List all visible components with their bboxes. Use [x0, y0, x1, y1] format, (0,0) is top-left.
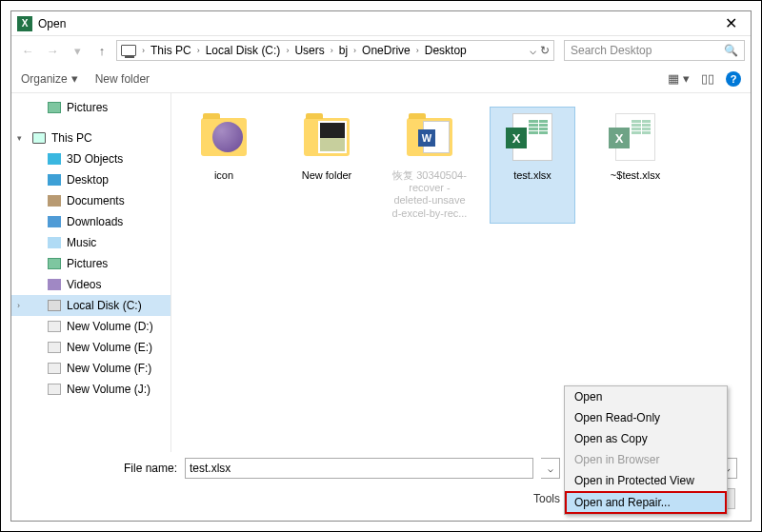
breadcrumb-seg[interactable]: Local Disk (C:): [206, 44, 281, 57]
file-name-label: File name:: [25, 462, 177, 475]
sidebar-item[interactable]: 3D Objects: [11, 148, 170, 169]
preview-pane-icon[interactable]: ▯▯: [701, 71, 714, 86]
sidebar-item[interactable]: Pictures: [11, 253, 170, 274]
search-input[interactable]: Search Desktop 🔍: [564, 40, 745, 61]
sidebar-item-label: New Volume (J:): [67, 383, 150, 396]
file-item[interactable]: icon: [181, 107, 267, 224]
search-placeholder: Search Desktop: [571, 44, 652, 57]
menu-item[interactable]: Open as Copy: [565, 428, 727, 449]
sidebar-item[interactable]: Videos: [11, 274, 170, 295]
sidebar-item[interactable]: Desktop: [11, 169, 170, 190]
file-thumb: [300, 110, 353, 164]
sidebar-item-label: Videos: [67, 278, 101, 291]
chevron-icon: ›: [331, 46, 333, 55]
sidebar-item-label: Documents: [67, 194, 125, 207]
file-thumb: [403, 110, 456, 164]
close-icon[interactable]: ✕: [716, 16, 745, 31]
excel-file-icon: X: [512, 113, 552, 161]
new-folder-label: New folder: [95, 72, 150, 86]
organize-button[interactable]: Organize ▾: [21, 71, 78, 86]
sidebar-item[interactable]: Pictures: [11, 97, 170, 118]
sidebar-item-label: Pictures: [67, 257, 108, 270]
folder-icon: [407, 118, 452, 156]
file-name-input[interactable]: [185, 458, 533, 479]
sidebar-item-label: Pictures: [67, 101, 108, 114]
file-item[interactable]: X~$test.xlsx: [592, 107, 678, 224]
folder-icon: [48, 216, 61, 227]
disclose-icon[interactable]: ›: [17, 301, 20, 310]
chevron-icon: ›: [416, 46, 419, 55]
excel-file-icon: X: [615, 113, 655, 161]
breadcrumb-seg[interactable]: OneDrive: [362, 44, 411, 57]
folder-icon: [48, 321, 61, 332]
sidebar-item[interactable]: ›Local Disk (C:): [11, 295, 170, 316]
toolbar: Organize ▾ New folder ▦ ▾ ▯▯ ?: [11, 65, 751, 93]
sidebar-item[interactable]: Downloads: [11, 211, 170, 232]
nav-history-icon[interactable]: ▾: [67, 40, 88, 61]
folder-icon: [48, 279, 61, 290]
breadcrumb[interactable]: › This PC › Local Disk (C:) › Users › bj…: [116, 40, 554, 61]
window-title: Open: [38, 17, 66, 30]
sidebar-item[interactable]: ▾This PC: [11, 128, 170, 148]
sidebar-item[interactable]: Music: [11, 232, 170, 253]
chevron-icon: ›: [142, 46, 145, 55]
folder-icon: [48, 195, 61, 207]
refresh-icon[interactable]: ↻: [540, 44, 550, 57]
file-thumb: X: [609, 110, 662, 164]
disclose-icon[interactable]: ▾: [17, 133, 22, 143]
tools-label: Tools: [533, 492, 560, 505]
sidebar-item-label: This PC: [51, 131, 92, 145]
menu-item[interactable]: Open in Protected View: [565, 470, 727, 491]
breadcrumb-seg[interactable]: Desktop: [425, 44, 467, 57]
file-item[interactable]: New folder: [284, 107, 370, 224]
organize-label: Organize: [21, 72, 68, 86]
new-folder-button[interactable]: New folder: [95, 72, 150, 86]
breadcrumb-seg[interactable]: bj: [339, 44, 348, 57]
folder-icon: [48, 300, 61, 311]
breadcrumb-seg[interactable]: This PC: [150, 44, 191, 57]
folder-icon: [48, 384, 61, 395]
excel-icon: X: [17, 16, 32, 31]
nav-up-icon[interactable]: ↑: [91, 40, 112, 61]
nav-fwd-icon[interactable]: →: [42, 40, 63, 61]
menu-item[interactable]: Open: [565, 386, 727, 407]
folder-icon: [32, 132, 46, 144]
file-thumb: X: [506, 110, 559, 164]
nav-row: ← → ▾ ↑ › This PC › Local Disk (C:) › Us…: [11, 36, 751, 65]
menu-item[interactable]: Open Read-Only: [565, 407, 727, 428]
file-thumb: [197, 110, 251, 164]
chevron-down-icon: ▾: [71, 71, 78, 86]
file-label: icon: [214, 169, 233, 182]
file-item[interactable]: 恢复 30340504-recover -deleted-unsave d-ex…: [387, 107, 472, 224]
folder-icon: [48, 342, 61, 353]
sidebar: Pictures▾This PC3D ObjectsDesktopDocumen…: [11, 93, 171, 452]
sidebar-item[interactable]: New Volume (D:): [11, 316, 170, 337]
sidebar-item[interactable]: New Volume (F:): [11, 358, 170, 379]
sidebar-item[interactable]: Documents: [11, 190, 170, 211]
search-icon: 🔍: [724, 44, 738, 57]
folder-icon: [48, 258, 61, 269]
sidebar-item-label: New Volume (E:): [67, 341, 152, 354]
menu-item[interactable]: Open and Repair...: [565, 491, 727, 514]
file-name-history-icon[interactable]: ⌵: [541, 458, 560, 479]
folder-icon: [48, 153, 61, 165]
sidebar-item[interactable]: New Volume (E:): [11, 337, 170, 358]
file-label: 恢复 30340504-recover -deleted-unsave d-ex…: [391, 169, 469, 220]
chevron-down-icon[interactable]: ⌵: [530, 44, 536, 57]
folder-icon: [48, 102, 61, 113]
nav-back-icon[interactable]: ←: [17, 40, 38, 61]
folder-icon: [48, 363, 61, 374]
sidebar-item[interactable]: New Volume (J:): [11, 379, 170, 400]
menu-item: Open in Browser: [565, 449, 727, 470]
help-icon[interactable]: ?: [726, 71, 741, 87]
sidebar-item-label: Music: [67, 236, 96, 249]
breadcrumb-seg[interactable]: Users: [294, 44, 324, 57]
file-label: test.xlsx: [513, 169, 551, 182]
sidebar-item-label: Desktop: [67, 173, 109, 187]
sidebar-item-label: Local Disk (C:): [67, 299, 142, 312]
view-thumb-icon[interactable]: ▦ ▾: [668, 71, 690, 86]
sidebar-item-label: New Volume (F:): [67, 362, 151, 375]
folder-icon: [48, 174, 61, 186]
folder-icon: [48, 237, 61, 248]
file-item[interactable]: Xtest.xlsx: [490, 107, 575, 224]
